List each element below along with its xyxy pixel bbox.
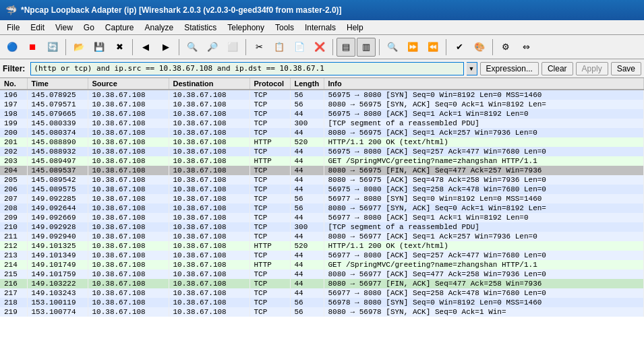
table-row[interactable]: 208149.09264410.38.67.10810.38.67.108TCP… — [0, 203, 644, 213]
cell-len: 44 — [290, 232, 324, 241]
table-row[interactable]: 209149.09266910.38.67.10810.38.67.108TCP… — [0, 213, 644, 222]
menu-internals[interactable]: Internals — [299, 20, 341, 34]
toolbar-find-prev[interactable]: ⏪ — [423, 38, 442, 57]
toolbar-stop-capture[interactable]: ⏹ — [23, 38, 42, 57]
table-row[interactable]: 216149.10322210.38.67.10810.38.67.108TCP… — [0, 279, 644, 288]
cell-no: 207 — [0, 194, 27, 203]
menu-tools[interactable]: Tools — [270, 20, 299, 34]
toolbar-start-capture[interactable]: 🔵 — [3, 38, 22, 57]
table-row[interactable]: 203145.08949710.38.67.10810.38.67.108HTT… — [0, 156, 644, 166]
toolbar-open[interactable]: 📂 — [69, 38, 88, 57]
col-header-info[interactable]: Info — [324, 78, 644, 90]
filter-dropdown-arrow[interactable]: ▼ — [467, 62, 477, 75]
toolbar-zoom-in[interactable]: 🔍 — [183, 38, 202, 57]
table-row[interactable]: 196145.07892510.38.67.10810.38.67.108TCP… — [0, 90, 644, 100]
col-header-source[interactable]: Source — [88, 78, 169, 90]
toolbar-cut[interactable]: ✂ — [250, 38, 268, 57]
cell-src: 10.38.67.108 — [88, 100, 169, 109]
toolbar-mark-packet[interactable]: ✔ — [450, 38, 469, 57]
menu-help[interactable]: Help — [341, 20, 369, 34]
cell-dst: 10.38.67.108 — [169, 100, 250, 109]
col-header-protocol[interactable]: Protocol — [250, 78, 290, 90]
toolbar-back[interactable]: ◀ — [136, 38, 155, 57]
table-row[interactable]: 211149.09294010.38.67.10810.38.67.108TCP… — [0, 232, 644, 241]
toolbar-paste[interactable]: 📄 — [290, 38, 309, 57]
table-row[interactable]: 217149.10324310.38.67.10810.38.67.108TCP… — [0, 288, 644, 298]
toolbar-delete[interactable]: ❌ — [310, 38, 329, 57]
menu-statistics[interactable]: Statistics — [179, 20, 222, 34]
toolbar-forward[interactable]: ▶ — [156, 38, 175, 57]
table-row[interactable]: 214149.10174910.38.67.10810.38.67.108HTT… — [0, 260, 644, 270]
table-row[interactable]: 219153.10077410.38.67.10810.38.67.108TCP… — [0, 307, 644, 317]
toolbar-resize[interactable]: ⇔ — [517, 38, 535, 57]
col-header-time[interactable]: Time — [27, 78, 88, 90]
cell-proto: TCP — [250, 288, 290, 298]
col-header-destination[interactable]: Destination — [169, 78, 250, 90]
toolbar-sep6 — [379, 39, 380, 55]
expression-button[interactable]: Expression... — [480, 62, 539, 75]
cell-src: 10.38.67.108 — [88, 109, 169, 119]
apply-button[interactable]: Apply — [576, 62, 608, 75]
cell-src: 10.38.67.108 — [88, 194, 169, 203]
cell-time: 149.092285 — [27, 194, 88, 203]
cell-proto: TCP — [250, 222, 290, 232]
clear-button[interactable]: Clear — [541, 62, 573, 75]
table-row[interactable]: 202145.08893210.38.67.10810.38.67.108TCP… — [0, 147, 644, 156]
filter-input[interactable] — [30, 62, 463, 75]
table-row[interactable]: 197145.07957110.38.67.10810.38.67.108TCP… — [0, 100, 644, 109]
cell-no: 209 — [0, 213, 27, 222]
toolbar-sep3 — [179, 39, 179, 55]
table-row[interactable]: 210149.09292810.38.67.10810.38.67.108TCP… — [0, 222, 644, 232]
menu-analyze[interactable]: Analyze — [140, 20, 179, 34]
toolbar-copy[interactable]: 📋 — [270, 38, 289, 57]
toolbar-sep5 — [332, 39, 333, 55]
cell-dst: 10.38.67.108 — [169, 175, 250, 185]
menu-go[interactable]: Go — [78, 20, 100, 34]
packet-list[interactable]: No. Time Source Destination Protocol Len… — [0, 78, 644, 347]
cell-len: 300 — [290, 222, 324, 232]
menu-telephony[interactable]: Telephony — [222, 20, 270, 34]
toolbar-normal-size[interactable]: ⬜ — [223, 38, 242, 57]
table-row[interactable]: 215149.10175910.38.67.10810.38.67.108TCP… — [0, 270, 644, 279]
menu-capture[interactable]: Capture — [100, 20, 140, 34]
cell-src: 10.38.67.108 — [88, 128, 169, 137]
cell-dst: 10.38.67.108 — [169, 288, 250, 298]
title-bar: 🦈 *Npcap Loopback Adapter (ip) [Wireshar… — [0, 0, 644, 20]
toolbar-find-packet[interactable]: 🔍 — [383, 38, 402, 57]
cell-time: 145.088890 — [27, 137, 88, 147]
table-row[interactable]: 206145.08957510.38.67.10810.38.67.108TCP… — [0, 185, 644, 194]
table-row[interactable]: 204145.08953710.38.67.10810.38.67.108TCP… — [0, 166, 644, 175]
cell-len: 56 — [290, 90, 324, 100]
cell-no: 208 — [0, 203, 27, 213]
toolbar-close[interactable]: ✖ — [110, 38, 129, 57]
menu-edit[interactable]: Edit — [25, 20, 50, 34]
table-row[interactable]: 205145.08954210.38.67.10810.38.67.108TCP… — [0, 175, 644, 185]
cell-no: 199 — [0, 119, 27, 128]
save-button[interactable]: Save — [611, 62, 641, 75]
toolbar-view-main[interactable]: ▤ — [336, 38, 355, 57]
toolbar-zoom-out[interactable]: 🔎 — [203, 38, 222, 57]
table-row[interactable]: 212149.10132510.38.67.10810.38.67.108HTT… — [0, 241, 644, 251]
menu-bar: File Edit View Go Capture Analyze Statis… — [0, 20, 644, 35]
toolbar-view-filter[interactable]: ▥ — [357, 38, 376, 57]
toolbar-save[interactable]: 💾 — [90, 38, 109, 57]
toolbar-restart-capture[interactable]: 🔄 — [43, 38, 62, 57]
menu-file[interactable]: File — [1, 20, 25, 34]
table-row[interactable]: 207149.09228510.38.67.10810.38.67.108TCP… — [0, 194, 644, 203]
cell-len: 56 — [290, 307, 324, 317]
toolbar-find-next[interactable]: ⏩ — [403, 38, 422, 57]
table-row[interactable]: 218153.10011910.38.67.10810.38.67.108TCP… — [0, 298, 644, 307]
col-header-no[interactable]: No. — [0, 78, 27, 90]
toolbar-colorize[interactable]: 🎨 — [470, 38, 489, 57]
table-row[interactable]: 201145.08889010.38.67.10810.38.67.108HTT… — [0, 137, 644, 147]
col-header-length[interactable]: Length — [290, 78, 324, 90]
table-row[interactable]: 198145.07966510.38.67.10810.38.67.108TCP… — [0, 109, 644, 119]
menu-view[interactable]: View — [50, 20, 78, 34]
table-row[interactable]: 200145.08037410.38.67.10810.38.67.108TCP… — [0, 128, 644, 137]
toolbar-preferences[interactable]: ⚙ — [496, 38, 515, 57]
cell-time: 149.101325 — [27, 241, 88, 251]
cell-len: 44 — [290, 109, 324, 119]
cell-len: 56 — [290, 100, 324, 109]
table-row[interactable]: 213149.10134910.38.67.10810.38.67.108TCP… — [0, 251, 644, 260]
table-row[interactable]: 199145.08033910.38.67.10810.38.67.108TCP… — [0, 119, 644, 128]
